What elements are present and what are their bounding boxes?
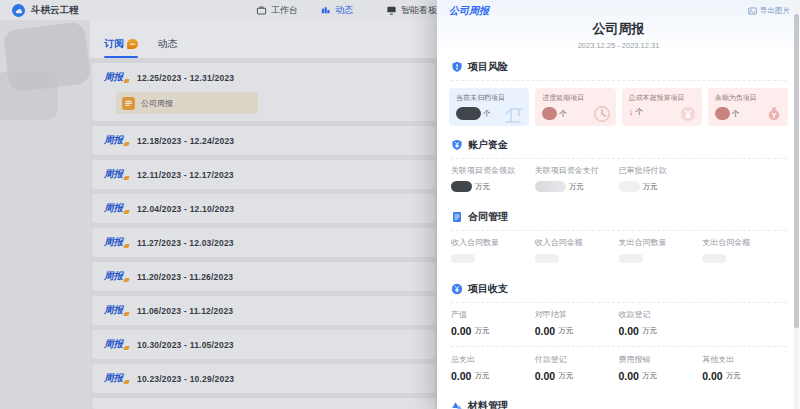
stat-funds-received: 关联项目资金领款 万元 — [451, 165, 535, 193]
stat-expense-reimbursement: 费用报销 0.00万元 — [619, 354, 703, 382]
stat-total-expense: 总支出 0.00万元 — [451, 354, 535, 382]
masked-value — [451, 254, 475, 263]
section-contracts-header: 合同管理 — [451, 202, 786, 231]
masked-value — [619, 181, 640, 192]
export-image-button[interactable]: 导出图片 — [748, 6, 790, 16]
risk-card-over-budget: 总成本超预算项目 ↓ 个 — [622, 88, 702, 126]
stat-funds-paid: 关联项目资金支付 万元 — [535, 165, 619, 193]
masked-value — [542, 107, 557, 120]
funds-stats: 关联项目资金领款 万元 关联项目资金支付 万元 已审批待付款 万元 — [451, 165, 786, 202]
shield-yen-icon — [451, 139, 463, 151]
shield-alert-icon — [451, 61, 463, 73]
yen-circle-blue-icon — [451, 283, 463, 295]
section-materials-header: 材料管理 — [451, 391, 786, 409]
stat-other-expense: 其他支出 0.00万元 — [702, 354, 786, 382]
stat-receipt-registration: 收款登记 0.00万元 — [619, 309, 703, 337]
stat-payment-registration: 付款登记 0.00万元 — [535, 354, 619, 382]
modal-backdrop[interactable] — [0, 0, 437, 409]
risk-card-unarchived: 当前未归档项目 个 — [449, 88, 529, 126]
export-label: 导出图片 — [760, 6, 790, 16]
budget-stats-row1: 产值 0.00万元 对甲结算 0.00万元 收款登记 0.00万元 — [451, 309, 786, 347]
section-title: 合同管理 — [468, 210, 508, 224]
stat-funds-pending: 已审批待付款 万元 — [619, 165, 703, 193]
section-risk-header: 项目风险 — [451, 52, 786, 81]
section-title: 材料管理 — [468, 399, 508, 409]
weekly-report-drawer: 公司周报 导出图片 公司周报 2023.12.25 - 2023.12.31 项… — [437, 0, 800, 409]
export-image-icon — [748, 7, 757, 15]
section-title: 项目风险 — [468, 60, 508, 74]
stat-expense-contract-amount: 支出合同金额 — [702, 237, 786, 265]
stat-owner-settlement: 对甲结算 0.00万元 — [535, 309, 619, 337]
stat-income-contract-amount: 收入合同金额 — [535, 237, 619, 265]
contract-doc-icon — [451, 211, 463, 223]
masked-value — [451, 181, 472, 192]
drawer-header: 公司周报 导出图片 公司周报 2023.12.25 - 2023.12.31 — [437, 0, 800, 52]
masked-value — [715, 107, 730, 120]
section-title: 项目收支 — [468, 282, 508, 296]
risk-card-negative-balance: 余额为负项目 个 — [708, 88, 788, 126]
section-funds-header: 账户资金 — [451, 130, 786, 159]
risk-cards: 当前未归档项目 个 进度延期项目 个 总成本超预算项目 — [449, 88, 788, 126]
scrollbar-thumb[interactable] — [794, 14, 799, 328]
masked-value — [535, 254, 559, 263]
masked-value — [619, 254, 643, 263]
stat-output-value: 产值 0.00万元 — [451, 309, 535, 337]
masked-value — [535, 181, 566, 192]
masked-value — [456, 107, 481, 120]
stat-expense-contract-count: 支出合同数量 — [619, 237, 703, 265]
report-title: 公司周报 — [437, 20, 800, 38]
drawer-title: 公司周报 — [449, 4, 489, 18]
budget-stats-row2: 总支出 0.00万元 付款登记 0.00万元 费用报销 0.00万元 其他支出 … — [451, 354, 786, 391]
contracts-stats: 收入合同数量 收入合同金额 支出合同数量 支出合同金额 — [451, 237, 786, 274]
report-range: 2023.12.25 - 2023.12.31 — [437, 41, 800, 50]
down-arrow-glyph: ↓ — [629, 107, 634, 117]
section-title: 账户资金 — [468, 138, 508, 152]
section-budget-header: 项目收支 — [451, 274, 786, 303]
stat-income-contract-count: 收入合同数量 — [451, 237, 535, 265]
risk-card-delayed: 进度延期项目 个 — [535, 88, 615, 126]
materials-pyramid-icon — [451, 400, 463, 409]
masked-value — [702, 254, 726, 263]
